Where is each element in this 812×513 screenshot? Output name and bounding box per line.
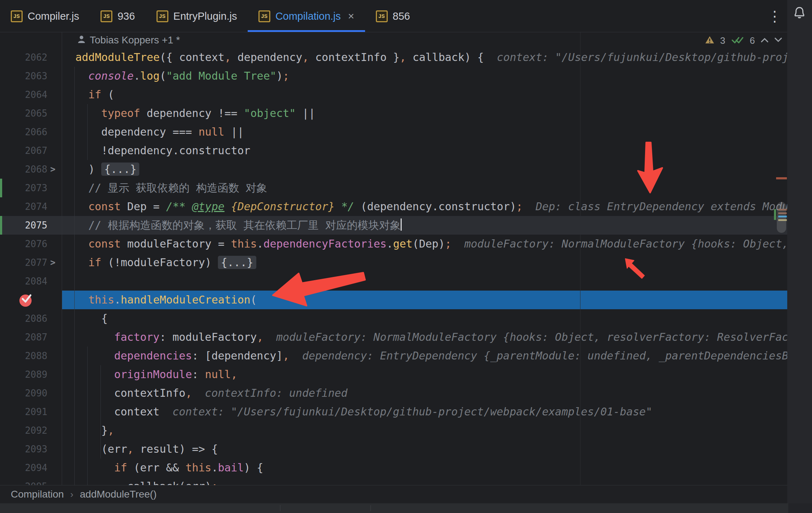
code-line[interactable]: 2077>if (!moduleFactory) {...} <box>0 253 787 272</box>
passed-checks-icon <box>731 35 744 46</box>
fold-chevron-icon[interactable]: > <box>50 160 55 179</box>
code-line[interactable]: 2095callback(err); <box>0 477 787 485</box>
code-text: contextInfo,contextInfo: undefined <box>114 384 347 403</box>
tab-936[interactable]: JS936 <box>90 0 145 32</box>
line-number[interactable]: 2077 <box>0 253 47 272</box>
line-number[interactable]: 2062 <box>0 48 47 67</box>
code-text: typeof dependency !== "object" || <box>101 104 315 123</box>
line-number[interactable]: 2089 <box>0 365 47 384</box>
debugger-inline-hint: context: "/Users/fujunkui/Desktop/github… <box>172 405 652 418</box>
tab-compiler-js[interactable]: JSCompiler.js <box>0 0 90 32</box>
inspections-widget[interactable]: 3 6 <box>705 34 782 47</box>
debugger-inline-hint: Dep: class EntryDependency extends Modu <box>536 200 787 213</box>
code-text: if (!moduleFactory) {...} <box>88 253 256 272</box>
indent-guide <box>87 104 88 160</box>
code-line[interactable]: 2064if ( <box>0 85 787 104</box>
line-number[interactable]: 2090 <box>0 384 47 403</box>
code-text: // 根据构造函数的对象，获取 其在依赖工厂里 对应的模块对象 <box>88 216 402 235</box>
tab-compilation-js[interactable]: JSCompilation.js× <box>248 0 365 32</box>
tab-options-kebab-icon[interactable]: ⋮ <box>767 8 778 24</box>
notifications-bell-icon[interactable] <box>792 5 807 21</box>
prev-problem-chevron-up-icon[interactable] <box>761 37 769 44</box>
editor-tab-bar: JSCompiler.jsJS936JSEntryPlugin.jsJSComp… <box>0 0 787 32</box>
line-number[interactable]: 2067 <box>0 141 47 160</box>
line-number[interactable]: 2076 <box>0 235 47 253</box>
code-line[interactable]: 2090contextInfo,contextInfo: undefined <box>0 384 787 403</box>
code-text: if ( <box>88 85 114 104</box>
next-problem-chevron-down-icon[interactable] <box>774 37 782 44</box>
ide-window: JSCompiler.jsJS936JSEntryPlugin.jsJSComp… <box>0 0 812 513</box>
code-text: const moduleFactory = this.dependencyFac… <box>88 235 787 253</box>
warning-icon <box>705 36 714 46</box>
fold-chevron-icon[interactable]: > <box>50 253 55 272</box>
code-text: console.log("add Module Tree"); <box>88 67 289 85</box>
code-line[interactable]: 2063console.log("add Module Tree"); <box>0 67 787 85</box>
line-number[interactable]: 2091 <box>0 403 47 421</box>
stripe-warning-mark <box>776 177 787 179</box>
code-text: !dependency.constructor <box>101 141 250 160</box>
tab-label: Compilation.js <box>275 10 341 22</box>
line-number[interactable]: 2074 <box>0 197 47 216</box>
line-number[interactable]: 2086 <box>0 309 47 328</box>
code-line[interactable]: 2074const Dep = /** @type {DepConstructo… <box>0 197 787 216</box>
tab-entryplugin-js[interactable]: JSEntryPlugin.js <box>146 0 248 32</box>
code-line[interactable]: 2084 <box>0 272 787 291</box>
code-line[interactable]: 2091contextcontext: "/Users/fujunkui/Des… <box>0 403 787 421</box>
author-icon <box>78 35 85 45</box>
text-caret <box>401 218 402 231</box>
code-line[interactable]: 2092}, <box>0 421 787 440</box>
breadcrumb-item-method[interactable]: addModuleTree() <box>80 489 157 500</box>
code-line[interactable]: this.handleModuleCreation( <box>0 291 787 309</box>
line-number[interactable]: 2066 <box>0 123 47 141</box>
line-number[interactable]: 2088 <box>0 347 47 365</box>
line-number[interactable]: 2064 <box>0 85 47 104</box>
code-line[interactable]: 2088dependencies: [dependency],dependenc… <box>0 347 787 365</box>
code-text: // 显示 获取依赖的 构造函数 对象 <box>88 179 267 197</box>
line-number[interactable]: 2068 <box>0 160 47 179</box>
folded-region[interactable]: {...} <box>218 256 256 269</box>
stripe-change-mark <box>774 209 776 220</box>
line-number[interactable]: 2065 <box>0 104 47 123</box>
line-number[interactable]: 2095 <box>0 477 47 485</box>
code-line[interactable]: 2087factory: moduleFactory,moduleFactory… <box>0 328 787 347</box>
line-number[interactable]: 2063 <box>0 67 47 85</box>
code-author-annotation[interactable]: Tobias Koppers +1 * <box>0 32 787 48</box>
code-line[interactable]: 2073// 显示 获取依赖的 构造函数 对象 <box>0 179 787 197</box>
code-line[interactable]: 2089originModule: null, <box>0 365 787 384</box>
indent-guide <box>74 67 75 485</box>
line-number[interactable]: 2073 <box>0 179 47 197</box>
code-text: dependency === null || <box>101 123 244 141</box>
code-text: addModuleTree({ context, dependency, con… <box>75 48 787 67</box>
code-line[interactable]: 2075// 根据构造函数的对象，获取 其在依赖工厂里 对应的模块对象 <box>0 216 787 235</box>
code-line[interactable]: 2093(err, result) => { <box>0 440 787 458</box>
code-line[interactable]: 2067!dependency.constructor <box>0 141 787 160</box>
code-line[interactable]: 2066dependency === null || <box>0 123 787 141</box>
code-text: { <box>101 309 108 328</box>
tab-label: Compiler.js <box>28 10 79 22</box>
code-line[interactable]: 2065typeof dependency !== "object" || <box>0 104 787 123</box>
breakpoint-icon[interactable] <box>19 293 33 307</box>
code-line[interactable]: 2062addModuleTree({ context, dependency,… <box>0 48 787 67</box>
line-number[interactable]: 2094 <box>0 458 47 477</box>
tab-close-icon[interactable]: × <box>348 10 354 22</box>
line-number[interactable]: 2075 <box>0 216 47 235</box>
code-line[interactable]: 2076const moduleFactory = this.dependenc… <box>0 235 787 253</box>
line-number[interactable]: 2093 <box>0 440 47 458</box>
author-label: Tobias Koppers +1 * <box>90 34 180 46</box>
line-number[interactable]: 2087 <box>0 328 47 347</box>
line-number[interactable]: 2092 <box>0 421 47 440</box>
breadcrumb-item-class[interactable]: Compilation <box>11 489 64 500</box>
code-line[interactable]: 2094if (err && this.bail) { <box>0 458 787 477</box>
indent-guide <box>87 347 88 485</box>
code-text: dependencies: [dependency],dependency: E… <box>114 347 787 365</box>
code-line[interactable]: 2086{ <box>0 309 787 328</box>
line-number[interactable]: 2084 <box>0 272 47 291</box>
folded-region[interactable]: {...} <box>101 163 139 176</box>
indent-guide <box>101 365 101 458</box>
code-line[interactable]: 2068>) {...} <box>0 160 787 179</box>
tab-856[interactable]: JS856 <box>365 0 421 32</box>
code-editor[interactable]: Tobias Koppers +1 * 3 6 <box>0 32 787 485</box>
code-text: factory: moduleFactory,moduleFactory: No… <box>114 328 787 347</box>
vertical-scrollbar-thumb[interactable] <box>777 202 786 233</box>
js-file-icon: JS <box>11 10 23 22</box>
